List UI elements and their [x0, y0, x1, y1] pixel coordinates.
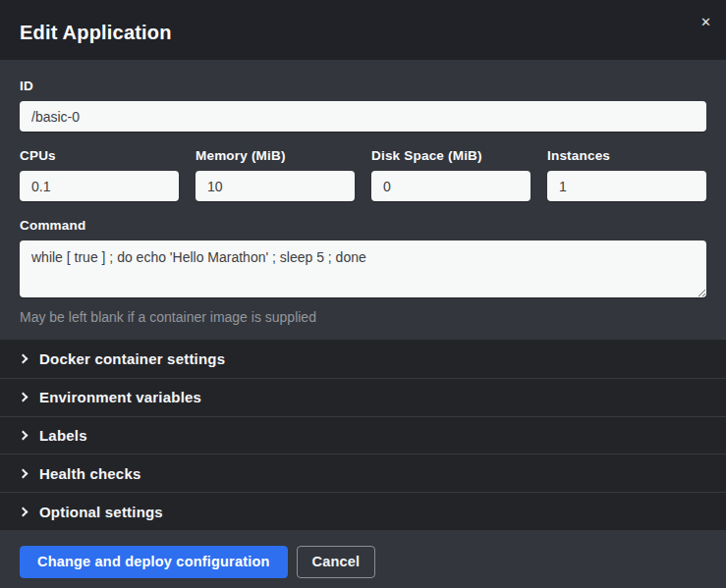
- chevron-right-icon: [19, 353, 28, 363]
- accordion-labels[interactable]: Labels: [0, 416, 726, 454]
- disk-input[interactable]: [371, 171, 531, 201]
- resources-row: CPUs Memory (MiB) Disk Space (MiB) Insta…: [20, 148, 706, 201]
- accordion-label: Health checks: [39, 465, 140, 482]
- application-form: ID CPUs Memory (MiB) Disk Space (MiB) In…: [0, 60, 726, 340]
- instances-field-group: Instances: [547, 148, 706, 201]
- accordion-label: Docker container settings: [39, 350, 225, 367]
- disk-field-group: Disk Space (MiB): [371, 148, 531, 201]
- accordion-label: Environment variables: [39, 389, 201, 405]
- accordion-sections: Docker container settings Environment va…: [0, 340, 726, 530]
- chevron-right-icon: [19, 393, 28, 402]
- command-field-group: Command while [ true ] ; do echo 'Hello …: [20, 218, 706, 325]
- accordion-docker-container-settings[interactable]: Docker container settings: [0, 340, 726, 378]
- id-label: ID: [20, 79, 706, 93]
- command-label: Command: [20, 218, 706, 233]
- cpus-field-group: CPUs: [20, 148, 179, 201]
- memory-field-group: Memory (MiB): [195, 148, 355, 201]
- edit-application-modal: Edit Application ✕ ID CPUs Memory (MiB) …: [0, 0, 726, 588]
- chevron-right-icon: [19, 507, 28, 516]
- command-help-text: May be left blank if a container image i…: [20, 309, 706, 325]
- cancel-button[interactable]: Cancel: [297, 546, 376, 578]
- instances-input[interactable]: [547, 171, 706, 201]
- accordion-health-checks[interactable]: Health checks: [0, 454, 726, 492]
- accordion-environment-variables[interactable]: Environment variables: [0, 378, 726, 416]
- change-and-deploy-button[interactable]: Change and deploy configuration: [20, 546, 288, 578]
- modal-footer: Change and deploy configuration Cancel: [0, 530, 726, 588]
- memory-label: Memory (MiB): [195, 148, 355, 163]
- command-textarea[interactable]: while [ true ] ; do echo 'Hello Marathon…: [20, 241, 706, 297]
- chevron-right-icon: [19, 468, 28, 478]
- cpus-input[interactable]: [20, 171, 179, 201]
- accordion-optional-settings[interactable]: Optional settings: [0, 492, 726, 530]
- accordion-label: Labels: [39, 427, 87, 444]
- id-field-group: ID: [20, 79, 706, 132]
- chevron-right-icon: [19, 431, 28, 441]
- close-icon[interactable]: ✕: [700, 16, 711, 28]
- modal-title: Edit Application: [20, 22, 172, 44]
- modal-header: Edit Application ✕: [0, 0, 726, 60]
- instances-label: Instances: [547, 148, 706, 163]
- disk-label: Disk Space (MiB): [371, 148, 531, 163]
- cpus-label: CPUs: [20, 148, 179, 163]
- id-input[interactable]: [20, 101, 706, 132]
- memory-input[interactable]: [195, 171, 355, 201]
- accordion-label: Optional settings: [39, 504, 163, 520]
